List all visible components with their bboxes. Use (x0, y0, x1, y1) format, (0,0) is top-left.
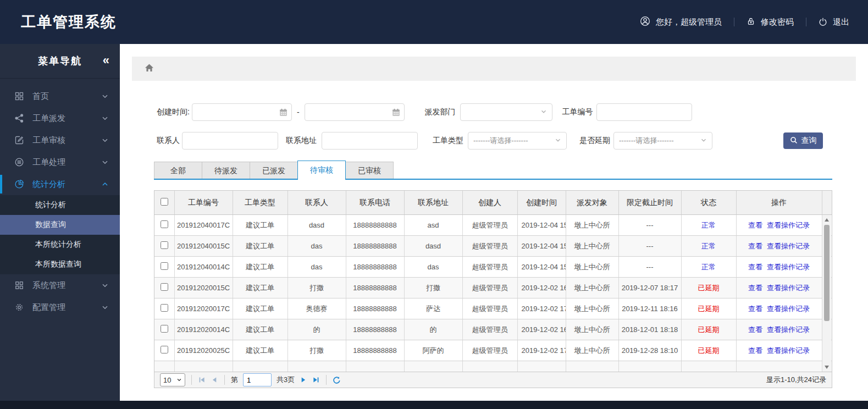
cell-empty (174, 361, 233, 372)
row-checkbox-cell (154, 299, 174, 319)
view-log-link[interactable]: 查看操作记录 (767, 242, 810, 250)
sidebar-item-2[interactable]: 工单审核 (0, 129, 120, 151)
created-from-input[interactable] (192, 103, 292, 121)
app-header: 工单管理系统 您好，超级管理员 修改密码 退出 (0, 0, 868, 44)
sidebar-item-1[interactable]: 工单派发 (0, 107, 120, 129)
cell-address: asd (404, 215, 462, 236)
first-page-button[interactable] (198, 376, 206, 384)
created-to-input[interactable] (305, 103, 405, 121)
row-checkbox[interactable] (161, 283, 168, 291)
cell-order_no: 201912020025C (174, 340, 233, 361)
sidebar-submenu: 统计分析数据查询本所统计分析本所数据查询 (0, 195, 120, 274)
is-delayed-select[interactable]: -------请选择------- (613, 132, 712, 150)
table-row: 201912020025C建议工单打撒18888888888阿萨的超级管理员20… (154, 340, 832, 361)
prev-page-button[interactable] (211, 376, 218, 384)
view-link[interactable]: 查看 (748, 325, 762, 334)
header-checkbox-cell (154, 191, 174, 215)
dispatch-dept-select[interactable] (460, 103, 552, 121)
power-icon (819, 17, 827, 27)
sidebar-item-label: 统计分析 (32, 179, 101, 190)
view-log-link[interactable]: 查看操作记录 (767, 305, 810, 313)
view-link[interactable]: 查看 (748, 284, 762, 292)
sidebar-item-0[interactable]: 首页 (0, 85, 120, 107)
scrollbar-thumb[interactable] (824, 225, 830, 321)
header-checkbox[interactable] (161, 198, 168, 206)
user-menu[interactable]: 您好，超级管理员 (640, 16, 722, 28)
submenu-item-3[interactable]: 本所数据查询 (0, 255, 120, 274)
row-checkbox-cell (154, 215, 174, 236)
sidebar-item-label: 首页 (32, 91, 101, 102)
view-log-link[interactable]: 查看操作记录 (767, 221, 810, 229)
page-size-select[interactable]: 10 (160, 373, 185, 386)
row-checkbox[interactable] (161, 304, 168, 312)
cell-operations: 查看查看操作记录 (736, 236, 822, 257)
contact-address-input[interactable] (322, 132, 418, 150)
last-page-button[interactable] (312, 376, 320, 384)
sidebar-item-3[interactable]: 工单处理 (0, 151, 120, 173)
status-badge: 正常 (701, 221, 716, 229)
calendar-icon[interactable] (391, 108, 401, 117)
cell-empty (681, 361, 736, 372)
table-scrollbar[interactable] (822, 215, 831, 372)
sidebar-collapse-button[interactable]: « (103, 53, 108, 68)
calendar-icon[interactable] (279, 108, 288, 117)
column-header-5: 创建人 (462, 191, 517, 215)
change-password-button[interactable]: 修改密码 (747, 17, 794, 27)
tab-0[interactable]: 全部 (154, 162, 202, 180)
tab-3[interactable]: 待审核 (297, 161, 346, 180)
view-log-link[interactable]: 查看操作记录 (767, 284, 810, 292)
order-type-select[interactable]: -------请选择------- (468, 132, 567, 150)
contact-input[interactable] (182, 132, 278, 150)
submenu-item-1[interactable]: 数据查询 (0, 215, 120, 235)
cell-phone: 18888888888 (346, 236, 404, 257)
cell-status: 正常 (681, 257, 736, 278)
chevron-down-icon (101, 114, 109, 122)
next-page-button[interactable] (300, 376, 307, 384)
row-checkbox[interactable] (161, 262, 168, 270)
search-button[interactable]: 查询 (783, 132, 823, 149)
user-circle-icon (640, 16, 650, 28)
chevron-down-icon (176, 376, 182, 384)
main-content: 创建时间: - 派发部门 工单编号 (120, 44, 868, 401)
tab-1[interactable]: 待派发 (202, 162, 250, 180)
view-link[interactable]: 查看 (748, 221, 762, 229)
sidebar-item-4[interactable]: 统计分析 (0, 173, 120, 195)
page-number-input[interactable] (243, 373, 272, 386)
row-checkbox[interactable] (161, 346, 168, 353)
order-no-input[interactable] (596, 103, 692, 121)
chevron-up-icon (101, 180, 109, 188)
row-checkbox[interactable] (161, 241, 168, 249)
column-header-9: 状态 (681, 191, 736, 215)
gear-icon (14, 302, 25, 312)
sidebar-item-6[interactable]: 配置管理 (0, 296, 120, 318)
cell-status: 已延期 (681, 319, 736, 340)
view-link[interactable]: 查看 (748, 263, 762, 271)
table-row: 201912040015C建议工单das18888888888dasd超级管理员… (154, 236, 832, 257)
cell-creator: 超级管理员 (462, 278, 517, 299)
home-icon[interactable] (144, 63, 154, 75)
submenu-item-0[interactable]: 统计分析 (0, 195, 120, 215)
row-checkbox[interactable] (161, 220, 168, 228)
tab-4[interactable]: 已审核 (345, 162, 394, 180)
modules-icon (14, 280, 25, 290)
view-log-link[interactable]: 查看操作记录 (767, 346, 810, 355)
created-to-field (305, 103, 405, 121)
cell-address: 萨达 (404, 299, 462, 319)
chevron-down-icon (101, 158, 109, 166)
scroll-down-icon[interactable] (825, 366, 829, 369)
view-log-link[interactable]: 查看操作记录 (767, 325, 810, 334)
row-checkbox[interactable] (161, 325, 168, 333)
cell-type: 建议工单 (233, 319, 288, 340)
sidebar-item-5[interactable]: 系统管理 (0, 274, 120, 296)
refresh-button[interactable] (333, 376, 341, 384)
view-link[interactable]: 查看 (748, 305, 762, 313)
view-link[interactable]: 查看 (748, 242, 762, 250)
submenu-item-2[interactable]: 本所统计分析 (0, 235, 120, 255)
tab-2[interactable]: 已派发 (250, 162, 298, 180)
view-link[interactable]: 查看 (748, 346, 762, 355)
cell-type: 建议工单 (233, 215, 288, 236)
cell-created: 2019-12-02 16 (517, 319, 566, 340)
view-log-link[interactable]: 查看操作记录 (767, 263, 810, 271)
logout-button[interactable]: 退出 (819, 17, 849, 27)
scroll-up-icon[interactable] (825, 218, 829, 222)
